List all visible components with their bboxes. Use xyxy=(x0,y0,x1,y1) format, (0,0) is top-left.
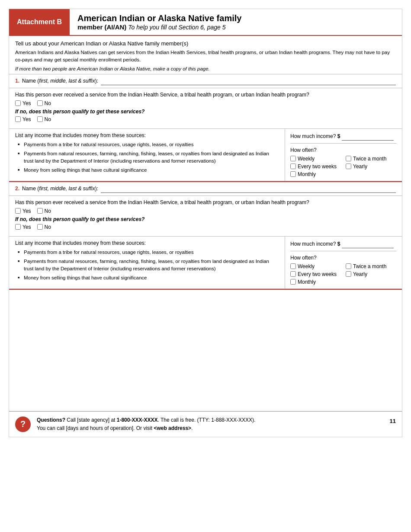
intro-title: Tell us about your American Indian or Al… xyxy=(15,40,396,47)
sub-title-italic: To help you fill out Section 6, page 5 xyxy=(126,24,225,31)
person2-how-much-label: How much income? xyxy=(290,241,336,247)
person1-freq-twice-month[interactable]: Twice a month xyxy=(346,156,397,162)
intro-section: Tell us about your American Indian or Al… xyxy=(9,36,402,74)
list-item: Payments from natural resources, farming… xyxy=(18,258,279,273)
person2-dollar-sign: $ xyxy=(337,241,340,247)
person2-qualify-yes[interactable]: Yes xyxy=(15,224,31,230)
person2-qualify-yesno: Yes No xyxy=(15,224,396,230)
person1-monthly-checkbox[interactable] xyxy=(290,171,296,177)
list-item: Money from selling things that have cult… xyxy=(18,274,279,282)
person1-service-block: Has this person ever received a service … xyxy=(9,88,402,129)
person1-freq-every-two-weeks[interactable]: Every two weeks xyxy=(290,163,341,170)
sub-title: member (AI/AN) To help you fill out Sect… xyxy=(77,23,241,31)
person1-how-often-title: How often? xyxy=(290,147,397,153)
intro-desc: American Indians and Alaska Natives can … xyxy=(15,49,396,64)
person1-qualify-yesno: Yes No xyxy=(15,116,396,122)
person2-name-input[interactable] xyxy=(101,185,396,193)
page-header: Attachment B American Indian or Alaska N… xyxy=(9,9,402,36)
list-item: Payments from a tribe for natural resour… xyxy=(18,249,279,256)
person2-qualify-no-checkbox[interactable] xyxy=(37,224,43,230)
person2-freq-every-two-weeks[interactable]: Every two weeks xyxy=(290,271,341,277)
person1-service-yes-checkbox[interactable] xyxy=(15,100,21,106)
person1-service-yes[interactable]: Yes xyxy=(15,100,31,106)
header-title-block: American Indian or Alaska Native family … xyxy=(70,9,249,35)
person1-qualify-no-checkbox[interactable] xyxy=(37,116,43,122)
footer-web: <web address> xyxy=(154,425,191,431)
person2-service-question: Has this person ever received a service … xyxy=(15,199,396,205)
person1-income-input[interactable] xyxy=(342,132,394,141)
footer-second-line: You can call [days and hours of operatio… xyxy=(37,425,193,431)
person1-income-block: List any income that includes money from… xyxy=(9,129,402,181)
person1-service-no[interactable]: No xyxy=(37,100,51,106)
person2-qualify-yes-checkbox[interactable] xyxy=(15,224,21,230)
person2-income-right: How much income? $ How often? Weekly Twi… xyxy=(285,237,402,288)
person1-service-question: Has this person ever received a service … xyxy=(15,92,396,98)
person1-number: 1. xyxy=(15,78,19,84)
person1-freq-grid: Weekly Twice a month Every two weeks Yea… xyxy=(290,156,397,177)
person1-how-much: How much income? $ xyxy=(290,132,397,144)
person2-freq-yearly[interactable]: Yearly xyxy=(346,271,397,277)
person1-qualify-yes-checkbox[interactable] xyxy=(15,116,21,122)
person1-twice-month-checkbox[interactable] xyxy=(346,156,351,161)
list-item: Payments from natural resources, farming… xyxy=(18,150,279,165)
person2-freq-twice-month[interactable]: Twice a month xyxy=(346,263,397,269)
person1-income-right: How much income? $ How often? Weekly Twi… xyxy=(285,129,402,181)
person1-freq-weekly[interactable]: Weekly xyxy=(290,156,341,162)
person1-weekly-checkbox[interactable] xyxy=(290,156,296,161)
list-item: Money from selling things that have cult… xyxy=(18,167,279,174)
person1-every-two-weeks-checkbox[interactable] xyxy=(290,163,296,169)
person1-ifno-label: If no, does this person qualify to get t… xyxy=(15,109,396,115)
empty-space xyxy=(9,290,402,411)
person2-number: 2. xyxy=(15,186,19,192)
person2-qualify-no[interactable]: No xyxy=(37,224,51,230)
person2-how-much: How much income? $ xyxy=(290,240,397,251)
person1-how-much-label: How much income? xyxy=(290,133,336,139)
person1-service-yesno: Yes No xyxy=(15,100,396,106)
person1-name-label: Name (first, middle, last & suffix): xyxy=(22,78,98,84)
person1-service-no-checkbox[interactable] xyxy=(37,100,43,106)
person1-yearly-checkbox[interactable] xyxy=(346,163,351,169)
person2-service-yesno: Yes No xyxy=(15,208,396,214)
footer-bar: ? Questions? Call [state agency] at 1-80… xyxy=(9,411,402,437)
footer-text: Questions? Call [state agency] at 1-800-… xyxy=(37,416,384,433)
sub-title-bold: member (AI/AN) xyxy=(77,23,126,31)
person1-income-list: Payments from a tribe for natural resour… xyxy=(15,141,279,174)
question-icon: ? xyxy=(15,417,31,432)
person2-weekly-checkbox[interactable] xyxy=(290,263,296,269)
person2-yearly-checkbox[interactable] xyxy=(346,271,351,277)
person2-income-list: Payments from a tribe for natural resour… xyxy=(15,249,279,282)
person2-service-no[interactable]: No xyxy=(37,208,51,214)
person2-service-yes[interactable]: Yes xyxy=(15,208,31,214)
person2-ifno-label: If no, does this person qualify to get t… xyxy=(15,216,396,222)
person1-name-input[interactable] xyxy=(101,77,396,85)
person2-income-input[interactable] xyxy=(342,240,394,248)
attachment-label: Attachment B xyxy=(9,9,70,35)
footer-call-text: Call [state agency] at 1-800-XXX-XXXX. T… xyxy=(65,417,255,423)
questions-label: Questions? xyxy=(37,417,65,423)
list-item: Payments from a tribe for natural resour… xyxy=(18,141,279,148)
person2-freq-monthly[interactable]: Monthly xyxy=(290,279,341,285)
person2-twice-month-checkbox[interactable] xyxy=(346,263,351,269)
person1-name-row: 1. Name (first, middle, last & suffix): xyxy=(9,74,402,88)
person2-monthly-checkbox[interactable] xyxy=(290,279,296,285)
person1-section: 1. Name (first, middle, last & suffix): … xyxy=(9,74,402,182)
person2-freq-weekly[interactable]: Weekly xyxy=(290,263,341,269)
intro-italic: If more than two people are American Ind… xyxy=(15,66,396,71)
person2-service-yes-checkbox[interactable] xyxy=(15,208,21,214)
person2-name-label: Name (first, middle, last & suffix): xyxy=(22,186,98,192)
person2-name-row: 2. Name (first, middle, last & suffix): xyxy=(9,182,402,196)
person2-income-title: List any income that includes money from… xyxy=(15,240,279,246)
person2-income-left: List any income that includes money from… xyxy=(9,237,285,288)
person2-income-block: List any income that includes money from… xyxy=(9,237,402,289)
person1-dollar-sign: $ xyxy=(337,133,340,139)
person2-freq-grid: Weekly Twice a month Every two weeks Yea… xyxy=(290,263,397,285)
person1-freq-yearly[interactable]: Yearly xyxy=(346,163,397,170)
page: Attachment B American Indian or Alaska N… xyxy=(9,9,402,437)
footer-phone: 1-800-XXX-XXXX xyxy=(117,417,158,423)
main-title: American Indian or Alaska Native family xyxy=(77,13,241,23)
person1-qualify-yes[interactable]: Yes xyxy=(15,116,31,122)
person1-freq-monthly[interactable]: Monthly xyxy=(290,171,341,177)
person1-qualify-no[interactable]: No xyxy=(37,116,51,122)
person2-every-two-weeks-checkbox[interactable] xyxy=(290,271,296,277)
person2-service-no-checkbox[interactable] xyxy=(37,208,43,214)
